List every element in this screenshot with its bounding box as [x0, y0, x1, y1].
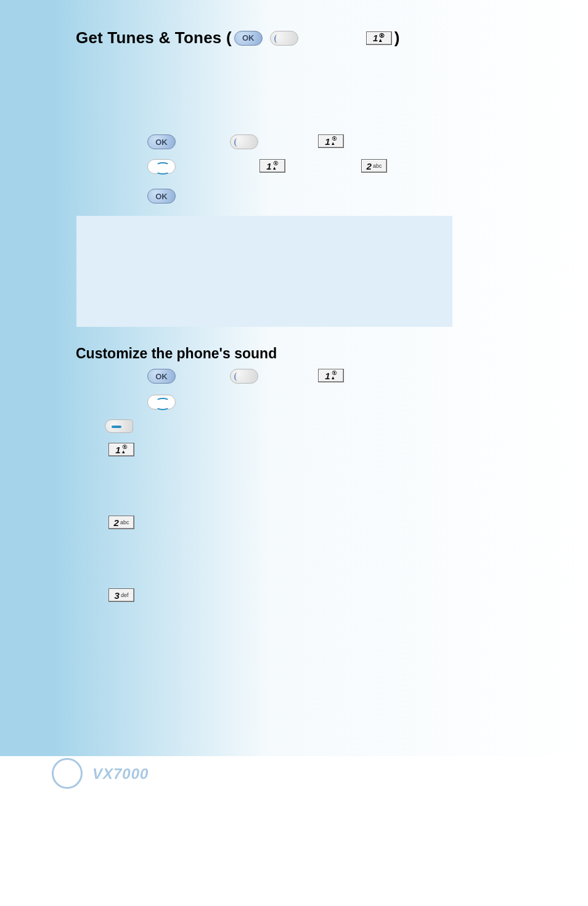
key-2-icon: 2 abc: [361, 159, 387, 173]
key-3-icon: 3 def: [108, 588, 134, 602]
left-nav-icon: [230, 134, 258, 149]
key-2-icon: 2 abc: [108, 516, 134, 529]
title-text-suffix: ): [394, 28, 400, 47]
model-name: VX7000: [92, 765, 149, 783]
ok-button-icon: OK: [147, 189, 176, 204]
ok-button-icon: OK: [234, 31, 263, 46]
ok-button-icon: OK: [147, 369, 176, 384]
footer-circle-icon: [52, 758, 83, 789]
footer: [0, 756, 588, 906]
ring-nav-icon: [147, 395, 176, 410]
key-1-icon: 1 ⦿▴: [318, 369, 344, 382]
left-nav-icon: [270, 31, 298, 46]
subsection-title: Customize the phone's sound: [76, 345, 277, 362]
key-1-icon: 1 ⦿▴: [259, 159, 285, 173]
tip-box: [76, 216, 452, 327]
page-content: Get Tunes & Tones ( OK 1 ⦿▴ ) OK 1 ⦿▴ 1 …: [54, 0, 588, 756]
ok-button-icon: OK: [147, 134, 176, 149]
left-soft-key-icon: [105, 419, 133, 433]
key-1-icon: 1 ⦿▴: [108, 443, 134, 456]
title-text-prefix: Get Tunes & Tones (: [76, 28, 232, 47]
key-1-icon: 1 ⦿▴: [366, 31, 392, 45]
key-1-icon: 1 ⦿▴: [318, 134, 344, 148]
left-nav-icon: [230, 369, 258, 384]
section-title-row: Get Tunes & Tones ( OK 1 ⦿▴ ): [76, 28, 402, 47]
ring-nav-icon: [147, 159, 176, 174]
